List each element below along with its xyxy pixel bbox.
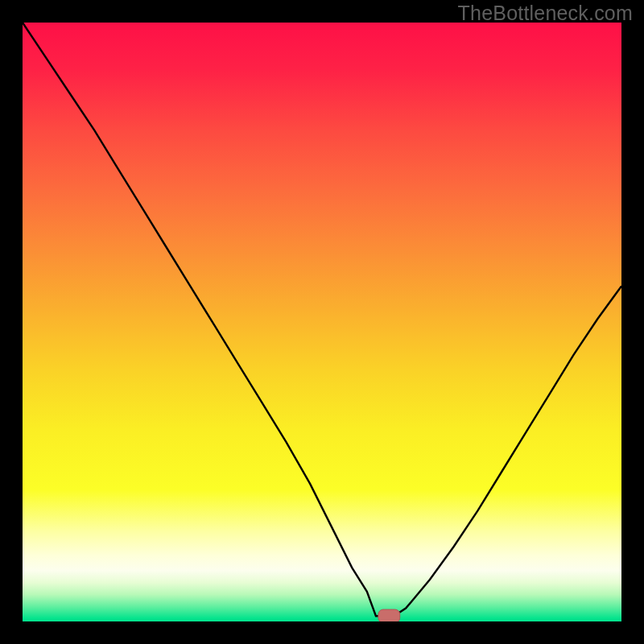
plot-svg [23, 23, 621, 621]
chart-frame: TheBottleneck.com [0, 0, 644, 644]
gradient-background [23, 23, 621, 621]
watermark-text: TheBottleneck.com [458, 2, 633, 25]
plot-area [23, 23, 621, 621]
optimal-point-marker [378, 609, 400, 621]
